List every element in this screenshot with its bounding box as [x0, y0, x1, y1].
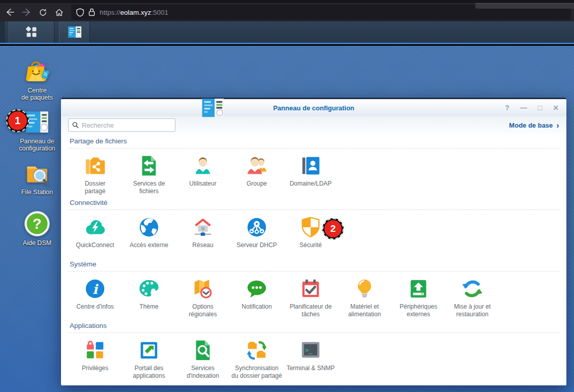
- app-item-label: QuickConnect: [68, 242, 122, 257]
- window-toolbar: Mode de base ›: [61, 116, 566, 134]
- app-item-dhcp-server[interactable]: Serveur DHCP: [230, 216, 284, 257]
- basic-mode-label: Mode de base: [509, 122, 553, 129]
- reload-icon: [39, 8, 47, 17]
- section: Connectivité QuickConnect Accès externe …: [68, 195, 559, 257]
- external-devices-icon: [407, 277, 430, 300]
- shared-folder-sync-icon: [245, 339, 268, 362]
- regional-options-icon: [191, 277, 215, 300]
- app-item-label: Privilèges: [68, 365, 122, 380]
- basic-mode-link[interactable]: Mode de base ›: [509, 122, 559, 129]
- window-edge-strip: [475, 3, 574, 9]
- app-item-label: Servicesd'indexation: [176, 365, 230, 380]
- app-item-app-portal[interactable]: Portail desapplications: [122, 339, 176, 380]
- group-icon: [245, 154, 268, 177]
- app-item-label: Périphériquesexternes: [391, 303, 445, 318]
- app-item-label: Terminal & SNMP: [284, 365, 338, 380]
- search-input[interactable]: [82, 122, 171, 129]
- section: Applications Privilèges Portail desappli…: [68, 318, 559, 380]
- network-icon: [191, 216, 215, 239]
- control-panel-window: Panneau de configuration ?—□✕ Mode de ba…: [61, 98, 566, 385]
- desktop-icon-label: Centrede paquets: [12, 87, 63, 101]
- quickconnect-icon: [83, 216, 107, 239]
- app-item-user[interactable]: Utilisateur: [176, 154, 230, 195]
- app-item-external-devices[interactable]: Périphériquesexternes: [391, 277, 445, 318]
- svg-text:>_: >_: [305, 347, 312, 354]
- app-item-label: Planificateur detâches: [284, 303, 338, 318]
- forward-arrow-icon: [22, 8, 31, 16]
- dsm-taskbar: [0, 21, 574, 44]
- app-item-notification[interactable]: Notification: [230, 277, 284, 318]
- close-window-button[interactable]: ✕: [553, 104, 559, 111]
- control-panel-content: Partage de fichiers Dossierpartagé Servi…: [61, 134, 566, 385]
- desktop-item-package-center[interactable]: Centrede paquets: [12, 57, 63, 101]
- app-item-label: Réseau: [176, 242, 230, 257]
- app-item-label: Utilisateur: [176, 180, 230, 195]
- section: Partage de fichiers Dossierpartagé Servi…: [68, 134, 559, 195]
- app-item-theme[interactable]: Thème: [122, 277, 176, 318]
- hardware-power-icon: [353, 277, 376, 300]
- section-divider: [68, 209, 559, 210]
- taskbar-control-panel-button[interactable]: [59, 21, 90, 43]
- annotation-marker-2: 2: [324, 220, 342, 237]
- app-item-indexing-services[interactable]: Servicesd'indexation: [176, 339, 230, 380]
- maximize-window-button[interactable]: □: [538, 104, 542, 111]
- app-item-shared-folder[interactable]: Dossierpartagé: [68, 154, 122, 195]
- search-icon: [72, 122, 79, 129]
- app-item-privileges[interactable]: Privilèges: [68, 339, 122, 380]
- app-item-network[interactable]: Réseau: [176, 216, 230, 257]
- info-center-icon: i: [83, 277, 107, 300]
- app-item-label: Domaine/LDAP: [284, 180, 338, 195]
- home-button[interactable]: [51, 5, 67, 20]
- desktop-item-file-station[interactable]: File Station: [12, 159, 63, 196]
- package-center-icon: [23, 57, 51, 85]
- app-item-file-services[interactable]: Services defichiers: [122, 154, 176, 195]
- app-item-group[interactable]: Groupe: [230, 154, 284, 195]
- app-item-hardware-power[interactable]: Matériel etalimentation: [338, 277, 391, 318]
- section-divider: [68, 333, 559, 333]
- external-access-icon: [137, 216, 161, 239]
- app-item-domain-ldap[interactable]: Domaine/LDAP: [284, 154, 338, 195]
- dsm-help-icon: ?: [23, 210, 51, 237]
- app-item-label: Services defichiers: [122, 180, 176, 195]
- app-item-quickconnect[interactable]: QuickConnect: [68, 216, 122, 257]
- search-box[interactable]: [68, 118, 175, 132]
- app-item-terminal-snmp[interactable]: >_ Terminal & SNMP: [284, 339, 338, 380]
- screen: https://eolam.xyz:5001 Centrede paquets …: [0, 0, 574, 392]
- forward-button[interactable]: [18, 5, 35, 20]
- indexing-services-icon: [191, 339, 215, 362]
- update-restore-icon: [461, 277, 484, 300]
- minimize-window-button[interactable]: —: [520, 104, 527, 111]
- back-button[interactable]: [2, 5, 18, 20]
- app-item-label: Mise à jour etrestauration: [445, 303, 499, 318]
- desktop-icon-label: File Station: [12, 189, 63, 196]
- desktop-item-control-panel[interactable]: 1 Panneau deconfiguration: [12, 108, 63, 152]
- privileges-icon: [83, 339, 107, 362]
- app-item-label: Portail desapplications: [122, 365, 176, 380]
- help-window-button[interactable]: ?: [505, 104, 509, 111]
- notification-icon: [245, 277, 268, 300]
- security-icon: 2: [299, 216, 322, 239]
- section-title: Applications: [68, 318, 559, 330]
- app-item-label: Synchronisationdu dossier partagé: [230, 365, 284, 380]
- app-item-shared-folder-sync[interactable]: Synchronisationdu dossier partagé: [230, 339, 284, 380]
- app-item-update-restore[interactable]: Mise à jour etrestauration: [445, 277, 499, 318]
- app-item-regional-options[interactable]: Optionsrégionales: [176, 277, 230, 318]
- window-titlebar: Panneau de configuration ?—□✕: [61, 99, 566, 116]
- annotation-marker-1: 1: [8, 111, 27, 130]
- app-item-info-center[interactable]: i Centre d'infos: [68, 277, 122, 318]
- terminal-snmp-icon: >_: [299, 339, 322, 362]
- app-item-label: Accès externe: [122, 242, 176, 257]
- app-item-label: Serveur DHCP: [230, 242, 284, 257]
- dhcp-server-icon: [245, 216, 268, 239]
- app-item-task-scheduler[interactable]: Planificateur detâches: [284, 277, 338, 318]
- app-item-external-access[interactable]: Accès externe: [122, 216, 176, 257]
- desktop-item-dsm-help[interactable]: ? Aide DSM: [12, 210, 63, 247]
- app-item-security[interactable]: 2 Sécurité: [284, 216, 338, 257]
- browser-toolbar: https://eolam.xyz:5001: [0, 0, 574, 21]
- url-text: https://eolam.xyz:5001: [100, 9, 168, 16]
- app-item-label: Thème: [122, 303, 176, 318]
- reload-button[interactable]: [35, 5, 51, 20]
- main-menu-button[interactable]: [9, 21, 54, 43]
- app-portal-icon: [137, 339, 161, 362]
- desktop: Centrede paquets 1 Panneau deconfigurati…: [0, 46, 574, 392]
